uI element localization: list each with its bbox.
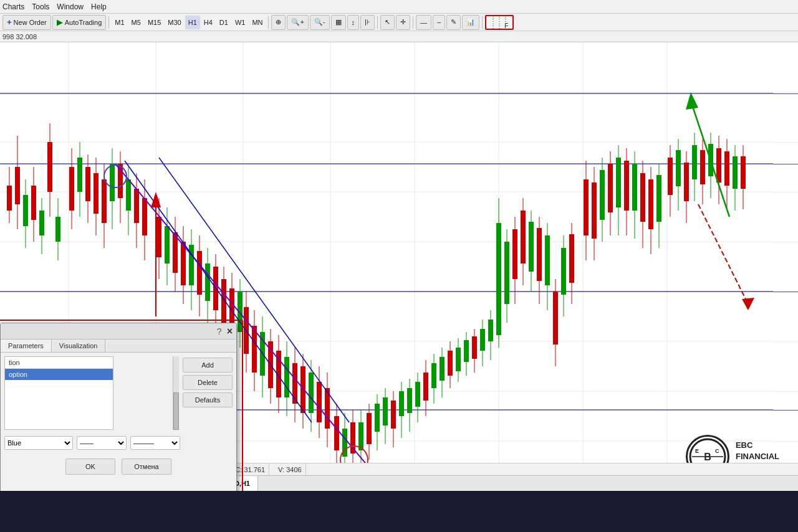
tf-w1[interactable]: W1 <box>232 16 249 29</box>
svg-rect-168 <box>616 158 621 207</box>
dialog-footer: OK Отмена <box>1 454 236 480</box>
svg-text:C: C <box>715 448 719 454</box>
price-label: 998 32.008 <box>0 31 798 42</box>
tf-m5[interactable]: M5 <box>128 16 144 29</box>
scrollbar-thumb[interactable] <box>173 392 179 430</box>
tf-mn[interactable]: MN <box>249 16 266 29</box>
delete-button[interactable]: Delete <box>183 375 233 390</box>
svg-rect-54 <box>142 198 147 235</box>
svg-rect-106 <box>358 422 363 450</box>
svg-rect-30 <box>39 211 44 235</box>
sep2 <box>268 16 269 29</box>
tf-m1[interactable]: M1 <box>112 16 127 29</box>
line-btn[interactable]: — <box>416 15 431 30</box>
svg-rect-122 <box>423 373 428 401</box>
svg-rect-164 <box>600 170 605 220</box>
tf-m15[interactable]: M15 <box>145 16 164 29</box>
new-order-button[interactable]: + New Order <box>2 15 51 30</box>
svg-rect-150 <box>537 228 542 281</box>
svg-rect-162 <box>592 183 597 239</box>
period-sep-btn[interactable]: |⊦ <box>360 15 375 30</box>
indicator-btn[interactable]: 📊 <box>462 15 479 30</box>
svg-rect-142 <box>504 242 509 304</box>
dialog-title-bar: ? × <box>1 323 236 340</box>
svg-rect-118 <box>407 388 412 413</box>
svg-rect-160 <box>584 179 589 235</box>
minus-btn[interactable]: − <box>433 15 445 30</box>
cursor-btn[interactable]: ↖ <box>380 15 395 30</box>
svg-rect-40 <box>85 167 90 201</box>
width-select[interactable]: ——— <box>130 436 180 450</box>
dialog-scrollbar[interactable] <box>173 356 179 430</box>
tf-h4[interactable]: H4 <box>201 16 216 29</box>
svg-rect-26 <box>23 195 28 226</box>
style-select[interactable]: —— <box>77 436 127 450</box>
color-select[interactable]: Blue <box>4 436 73 450</box>
svg-rect-88 <box>284 357 289 397</box>
menu-bar: Charts Tools Window Help <box>0 0 798 14</box>
add-button[interactable]: Add <box>183 358 233 373</box>
pencil-btn[interactable]: ✎ <box>446 15 461 30</box>
menu-window[interactable]: Window <box>57 2 84 11</box>
svg-rect-156 <box>561 248 566 295</box>
svg-rect-100 <box>334 416 339 450</box>
zoom-out-btn[interactable]: 🔍- <box>310 15 330 30</box>
svg-rect-188 <box>700 150 705 184</box>
defaults-button[interactable]: Defaults <box>183 392 233 407</box>
sep5 <box>482 16 483 29</box>
tf-m30[interactable]: M30 <box>165 16 184 29</box>
close-button[interactable]: × <box>227 326 233 337</box>
svg-rect-196 <box>733 156 738 189</box>
menu-tools[interactable]: Tools <box>32 2 49 11</box>
svg-rect-36 <box>69 167 74 211</box>
svg-rect-182 <box>676 150 681 186</box>
svg-rect-120 <box>415 382 420 407</box>
svg-rect-124 <box>431 363 436 388</box>
svg-rect-170 <box>624 161 629 211</box>
svg-rect-66 <box>197 251 202 295</box>
svg-rect-52 <box>134 189 139 223</box>
svg-rect-58 <box>165 226 170 264</box>
svg-rect-130 <box>456 348 461 371</box>
svg-rect-184 <box>684 163 689 201</box>
svg-rect-148 <box>529 222 534 272</box>
ok-button[interactable]: OK <box>65 458 115 475</box>
svg-rect-176 <box>648 179 653 229</box>
svg-rect-114 <box>391 401 396 429</box>
help-icon[interactable]: ? <box>217 326 222 336</box>
svg-rect-112 <box>383 397 388 425</box>
auto-trading-button[interactable]: ▶ AutoTrading <box>52 15 107 30</box>
f-button[interactable]: ⋮⋮⋮⋮⋮ F <box>485 15 514 30</box>
tf-d1[interactable]: D1 <box>216 16 231 29</box>
svg-rect-126 <box>440 357 445 381</box>
svg-rect-180 <box>668 158 673 195</box>
cancel-button[interactable]: Отмена <box>122 458 171 475</box>
crosshair-btn[interactable]: ⊕ <box>271 15 286 30</box>
list-item-option[interactable]: option <box>5 369 113 380</box>
menu-charts[interactable]: Charts <box>2 2 24 11</box>
tab-parameters[interactable]: Parameters <box>1 340 52 352</box>
zoom-in-btn[interactable]: 🔍+ <box>287 15 308 30</box>
tab-visualization[interactable]: Visualization <box>52 340 106 352</box>
svg-rect-22 <box>7 186 12 211</box>
properties-btn[interactable]: ▦ <box>331 15 346 30</box>
menu-help[interactable]: Help <box>91 2 107 11</box>
svg-rect-198 <box>741 156 746 189</box>
dialog-tabs: Parameters Visualization <box>1 340 236 353</box>
tf-h1[interactable]: H1 <box>185 16 200 29</box>
svg-rect-128 <box>448 351 453 376</box>
timeframe-buttons: M1 M5 M15 M30 H1 H4 D1 W1 MN <box>112 16 266 29</box>
svg-rect-194 <box>724 151 729 186</box>
svg-rect-46 <box>110 164 115 201</box>
svg-rect-146 <box>521 211 526 264</box>
svg-rect-110 <box>375 404 380 432</box>
plus-btn[interactable]: ✛ <box>396 15 410 30</box>
svg-rect-138 <box>488 320 493 341</box>
svg-rect-108 <box>367 413 372 444</box>
scroll-btn[interactable]: ↕ <box>347 15 360 30</box>
svg-rect-38 <box>77 158 82 192</box>
svg-rect-132 <box>464 340 469 362</box>
svg-rect-136 <box>480 329 485 351</box>
svg-rect-68 <box>205 264 210 301</box>
dialog-list[interactable]: tion option <box>4 356 113 430</box>
